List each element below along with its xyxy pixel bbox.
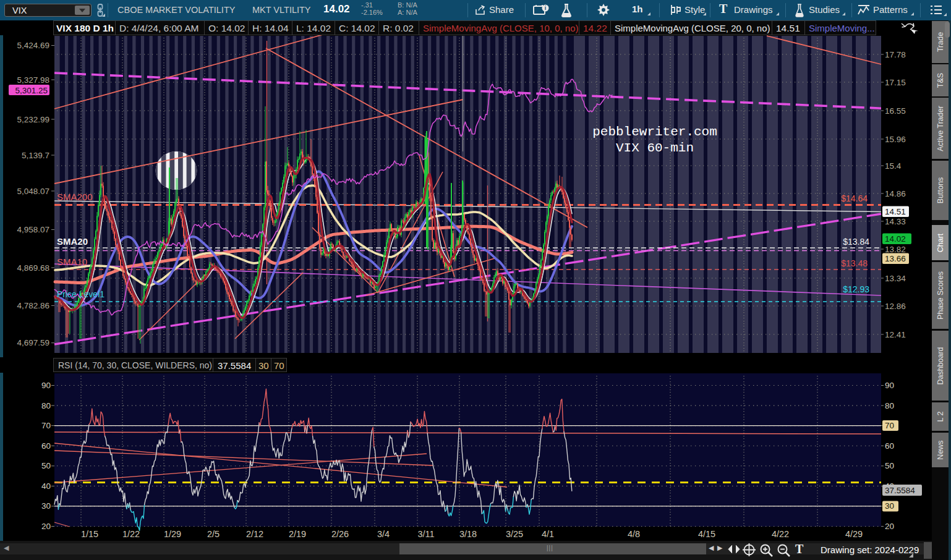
svg-text:90: 90 [885, 381, 894, 390]
svg-text:17.15: 17.15 [885, 78, 906, 87]
svg-text:14.02: 14.02 [885, 234, 906, 244]
svg-text:16.55: 16.55 [885, 106, 906, 116]
svg-text:13.66: 13.66 [885, 254, 906, 263]
svg-text:i: i [545, 5, 547, 11]
svg-text:80: 80 [41, 401, 51, 410]
svg-text:4,958.07: 4,958.07 [17, 225, 49, 234]
svg-text:4/22: 4/22 [772, 529, 789, 539]
svg-text:13.34: 13.34 [885, 274, 906, 283]
svg-text:5,327.98: 5,327.98 [17, 75, 49, 85]
svg-text:4,869.68: 4,869.68 [17, 263, 49, 273]
svg-text:pebblewriter.com: pebblewriter.com [592, 125, 717, 139]
svg-text:1/15: 1/15 [81, 529, 98, 539]
svg-text:4/1: 4/1 [542, 529, 554, 539]
svg-text:$12.93: $12.93 [843, 284, 869, 294]
svg-text:13.82: 13.82 [885, 245, 906, 254]
svg-text:50: 50 [885, 461, 894, 470]
svg-text:14.33: 14.33 [885, 217, 906, 226]
svg-text:SMA20: SMA20 [57, 236, 88, 247]
svg-text:4/8: 4/8 [628, 529, 640, 539]
svg-text:$13.84: $13.84 [843, 237, 869, 247]
svg-text:14.86: 14.86 [885, 189, 906, 198]
svg-text:14.51: 14.51 [885, 207, 906, 216]
svg-text:40: 40 [41, 482, 51, 491]
svg-text:3/18: 3/18 [459, 529, 477, 539]
svg-text:15.96: 15.96 [885, 135, 906, 144]
svg-text:5,301.25: 5,301.25 [15, 86, 48, 95]
svg-text:Price Level1: Price Level1 [57, 289, 104, 299]
svg-text:2/5: 2/5 [207, 529, 220, 539]
svg-text:20: 20 [885, 522, 894, 531]
svg-text:3/4: 3/4 [377, 529, 390, 539]
svg-text:12.86: 12.86 [885, 302, 906, 311]
svg-text:17.78: 17.78 [885, 50, 906, 59]
svg-text:$13.48: $13.48 [841, 258, 868, 268]
svg-text:$14.64: $14.64 [841, 193, 868, 203]
svg-text:12.41: 12.41 [885, 330, 906, 339]
svg-text:70: 70 [41, 421, 51, 430]
svg-text:1/22: 1/22 [122, 529, 140, 539]
svg-text:60: 60 [885, 441, 894, 451]
svg-text:37.5584: 37.5584 [885, 486, 915, 495]
svg-text:4,697.59: 4,697.59 [17, 338, 49, 347]
svg-text:SMA10: SMA10 [57, 257, 87, 267]
svg-text:SMA200: SMA200 [57, 192, 93, 202]
svg-text:50: 50 [41, 461, 51, 470]
svg-text:2/19: 2/19 [289, 529, 306, 539]
svg-text:30: 30 [885, 501, 894, 511]
svg-text:5,424.69: 5,424.69 [17, 41, 49, 50]
svg-text:80: 80 [885, 401, 894, 410]
svg-text:15.4: 15.4 [885, 161, 902, 171]
svg-text:20: 20 [41, 522, 51, 531]
svg-text:3/11: 3/11 [417, 529, 434, 539]
svg-text:4/15: 4/15 [698, 529, 715, 539]
svg-text:VIX 60-min: VIX 60-min [616, 141, 694, 155]
svg-text:2/26: 2/26 [331, 529, 349, 539]
svg-text:5,139.7: 5,139.7 [22, 151, 49, 160]
svg-text:3/25: 3/25 [506, 529, 523, 539]
svg-text:4/29: 4/29 [845, 529, 863, 539]
svg-text:90: 90 [41, 381, 51, 390]
svg-text:30: 30 [41, 501, 51, 511]
svg-text:70: 70 [885, 421, 894, 430]
svg-text:60: 60 [41, 441, 51, 451]
svg-text:5,048.07: 5,048.07 [17, 187, 49, 196]
svg-text:2/12: 2/12 [246, 529, 263, 539]
svg-text:4,782.86: 4,782.86 [17, 301, 49, 310]
svg-text:1/29: 1/29 [164, 529, 181, 539]
svg-text:5,232.99: 5,232.99 [17, 115, 49, 124]
